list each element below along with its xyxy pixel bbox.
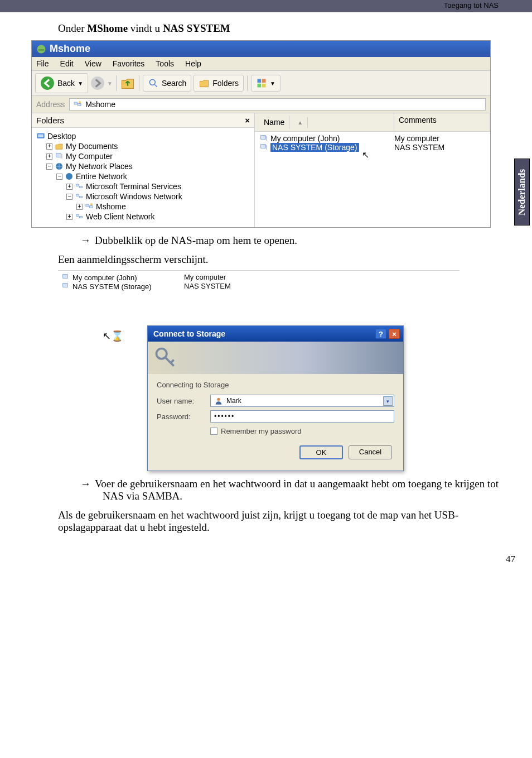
page-number: 47 xyxy=(0,554,515,565)
svg-point-23 xyxy=(90,203,93,205)
computer-icon xyxy=(259,134,268,143)
username-label: User name: xyxy=(157,397,210,405)
window-title: Mshome xyxy=(50,43,90,55)
collapse-icon[interactable]: − xyxy=(56,174,62,180)
svg-rect-30 xyxy=(63,275,68,279)
cursor-hourglass-icon: ↖⌛ xyxy=(103,330,123,342)
search-button[interactable]: Search xyxy=(143,75,191,92)
toolbar: Back ▼ ▼ Search Folders ▼ xyxy=(32,71,490,96)
tree-item-entirenet[interactable]: − Entire Network xyxy=(56,171,250,181)
computer-icon xyxy=(55,152,64,161)
cancel-button[interactable]: Cancel xyxy=(349,445,392,459)
back-button[interactable]: Back ▼ xyxy=(35,73,88,93)
computer-icon xyxy=(61,273,70,282)
folder-icon xyxy=(55,142,64,151)
paragraph: Als de gebruikersnaam en het wachtwoord … xyxy=(58,509,501,534)
menu-help[interactable]: Help xyxy=(185,59,201,68)
instruction: →Voer de gebruikersnaam en het wachtwoor… xyxy=(91,478,501,502)
svg-point-1 xyxy=(41,76,54,90)
tree-item-mydocs[interactable]: + My Documents xyxy=(46,141,250,151)
remember-checkbox[interactable] xyxy=(210,428,217,435)
menu-edit[interactable]: Edit xyxy=(60,59,74,68)
expand-icon[interactable]: + xyxy=(76,204,83,210)
tree-item-mswin[interactable]: − Microsoft Windows Network xyxy=(66,191,250,202)
svg-rect-5 xyxy=(262,79,266,83)
svg-point-3 xyxy=(149,79,155,85)
username-input[interactable]: Mark ▾ xyxy=(210,395,394,407)
breadcrumb: Toegang tot NAS xyxy=(444,1,499,9)
keys-icon xyxy=(153,346,178,370)
expand-icon[interactable]: + xyxy=(66,184,72,190)
svg-rect-26 xyxy=(261,136,266,140)
chevron-down-icon: ▼ xyxy=(78,80,83,87)
up-folder-icon[interactable] xyxy=(120,75,136,91)
desktop-icon xyxy=(36,132,45,141)
folders-header: Folders xyxy=(36,116,64,125)
chevron-down-icon[interactable]: ▾ xyxy=(383,396,393,406)
forward-icon[interactable] xyxy=(90,76,105,90)
svg-rect-8 xyxy=(74,102,77,104)
svg-rect-7 xyxy=(262,84,266,88)
column-name[interactable]: Name ▲ xyxy=(255,113,394,131)
computer-icon xyxy=(61,282,70,291)
window-titlebar: Mshome xyxy=(32,41,490,57)
svg-rect-12 xyxy=(38,135,43,137)
folder-tree: Desktop + My Documents + My Computer − xyxy=(32,128,254,227)
screenshot-login: My computer (John) My computer NAS SYSTE… xyxy=(58,270,460,471)
tree-item-desktop[interactable]: Desktop xyxy=(36,131,250,141)
heading: Onder MShome vindt u NAS SYSTEM xyxy=(58,22,501,35)
address-input[interactable]: Mshome xyxy=(69,98,486,111)
workgroup-icon xyxy=(75,212,84,221)
list-item[interactable]: My computer (John) My computer xyxy=(259,134,486,143)
close-icon[interactable]: × xyxy=(245,116,250,125)
folders-icon xyxy=(199,78,210,89)
language-tab: Nederlands xyxy=(514,159,530,226)
tree-item-mshome[interactable]: + Mshome xyxy=(76,202,250,212)
chevron-down-icon: ▼ xyxy=(107,80,113,87)
expand-icon[interactable]: + xyxy=(46,143,52,150)
connecting-label: Connecting to Storage xyxy=(157,381,394,389)
list-header: Name ▲ Comments xyxy=(255,113,490,132)
list-item[interactable]: NAS SYSTEM (Storage) NAS SYSTEM xyxy=(259,143,486,152)
svg-rect-17 xyxy=(76,184,79,186)
dialog-titlebar: Connect to Storage ? × xyxy=(148,326,403,342)
svg-rect-24 xyxy=(76,214,79,216)
collapse-icon[interactable]: − xyxy=(66,194,72,200)
password-label: Password: xyxy=(157,412,210,421)
list-item: My computer (John) My computer xyxy=(61,273,460,282)
collapse-icon[interactable]: − xyxy=(46,164,52,170)
file-list-pane: Name ▲ Comments My computer (John) My co… xyxy=(255,113,490,227)
dialog-title: Connect to Storage xyxy=(153,329,225,338)
tree-item-netplaces[interactable]: − My Network Places xyxy=(46,161,250,171)
menu-view[interactable]: View xyxy=(85,59,101,68)
expand-icon[interactable]: + xyxy=(46,153,52,160)
svg-point-16 xyxy=(66,173,72,180)
search-icon xyxy=(148,78,159,89)
remember-label: Remember my password xyxy=(221,427,302,435)
workgroup-icon xyxy=(73,100,82,109)
window-icon xyxy=(36,44,46,54)
menu-file[interactable]: File xyxy=(36,59,49,68)
tree-item-mycomputer[interactable]: + My Computer xyxy=(46,151,250,161)
explorer-window: Mshome File Edit View Favorites Tools He… xyxy=(31,40,491,228)
help-icon[interactable]: ? xyxy=(375,329,386,339)
views-button[interactable]: ▼ xyxy=(251,75,280,92)
svg-rect-14 xyxy=(61,154,62,159)
expand-icon[interactable]: + xyxy=(66,214,72,220)
tree-item-msterm[interactable]: + Microsoft Terminal Services xyxy=(66,181,250,191)
svg-point-33 xyxy=(217,398,220,401)
column-comments[interactable]: Comments xyxy=(394,113,490,131)
folders-button[interactable]: Folders xyxy=(194,75,244,92)
tree-item-webclient[interactable]: + Web Client Network xyxy=(66,212,250,222)
svg-rect-20 xyxy=(80,196,83,198)
menu-tools[interactable]: Tools xyxy=(156,59,174,68)
menu-bar: File Edit View Favorites Tools Help xyxy=(32,57,490,71)
password-input[interactable]: •••••• xyxy=(210,410,394,423)
workgroup-icon xyxy=(75,182,84,191)
menu-favorites[interactable]: Favorites xyxy=(113,59,145,68)
paragraph: Een aanmeldingsscherm verschijnt. xyxy=(58,253,501,266)
close-icon[interactable]: × xyxy=(389,329,400,339)
svg-rect-6 xyxy=(257,84,261,88)
ok-button[interactable]: OK xyxy=(299,445,343,459)
svg-rect-29 xyxy=(266,145,267,150)
